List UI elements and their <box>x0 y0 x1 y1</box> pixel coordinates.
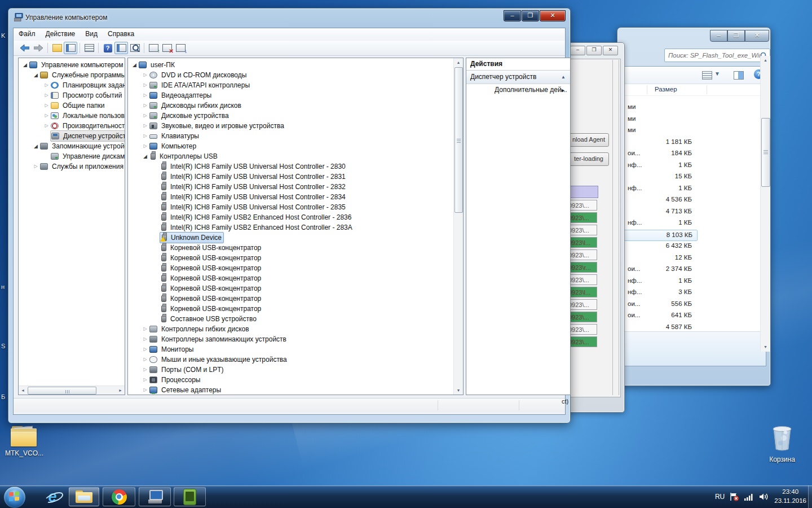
device-tree-item[interactable]: ▷Порты (COM и LPT) <box>128 365 463 375</box>
download-agent-button[interactable]: nload Agent <box>568 133 609 147</box>
scroll-up-icon[interactable]: ▲ <box>761 56 770 65</box>
minimize-button[interactable]: – <box>570 46 585 55</box>
file-row[interactable]: 12 КБ <box>622 253 696 263</box>
console-tree-item[interactable]: Диспетчер устройств <box>19 131 125 141</box>
collapsed-icon[interactable]: ▷ <box>43 90 50 100</box>
collapsed-icon[interactable]: ▷ <box>142 131 149 141</box>
device-tree-item[interactable]: Intel(R) ICH8 Family USB Universal Host … <box>128 161 463 172</box>
collapsed-icon[interactable]: ▷ <box>142 121 149 131</box>
scroll-down-icon[interactable]: ▼ <box>454 386 463 395</box>
device-tree-item[interactable]: Intel(R) ICH8 Family USB Universal Host … <box>128 182 463 192</box>
scroll-right-icon[interactable]: ► <box>116 386 125 395</box>
vertical-scrollbar[interactable]: ▲ ▼ <box>453 58 463 395</box>
collapsed-icon[interactable]: ▷ <box>43 121 50 131</box>
collapsed-icon[interactable]: ▷ <box>142 100 149 111</box>
explorer-search-box[interactable]: Поиск: SP_Flash_Tool_exe_Windows_v... <box>664 49 770 62</box>
file-row[interactable]: ои...556 КБ <box>622 299 696 309</box>
device-tree-item[interactable]: Intel(R) ICH8 Family USB Universal Host … <box>128 192 463 202</box>
column-separator[interactable] <box>647 85 647 94</box>
file-row[interactable]: 4 713 КБ <box>622 207 696 217</box>
device-tree-item[interactable]: Корневой USB-концентратор <box>128 283 463 294</box>
device-tree-item[interactable]: ▷Сетевые адаптеры <box>128 385 463 395</box>
scrollbar-thumb[interactable] <box>454 67 463 213</box>
minimize-button[interactable]: – <box>504 10 521 21</box>
collapsed-icon[interactable]: ▷ <box>142 375 149 385</box>
maximize-button[interactable]: ❐ <box>586 46 602 55</box>
actions-item-more-actions[interactable]: Дополнительные дей... ► <box>466 84 570 95</box>
collapsed-icon[interactable]: ▷ <box>43 80 50 90</box>
device-tree-item[interactable]: Intel(R) ICH8 Family USB2 Enhanced Host … <box>128 212 463 222</box>
file-row[interactable]: ми <box>622 114 696 124</box>
collapsed-icon[interactable]: ▷ <box>142 70 149 80</box>
device-tree-item[interactable]: Корневой USB-концентратор <box>128 253 463 263</box>
column-separator[interactable] <box>707 85 707 94</box>
device-tree-item[interactable]: ▷DVD и CD-ROM дисководы <box>128 70 463 80</box>
collapse-icon[interactable]: ▲ <box>561 71 566 84</box>
console-tree-item[interactable]: ◢Служебные программы <box>19 70 125 80</box>
maximize-button[interactable]: ❐ <box>522 10 539 21</box>
collapsed-icon[interactable]: ▷ <box>32 161 39 172</box>
file-row[interactable]: нф...3 КБ <box>622 287 696 297</box>
change-view-icon[interactable] <box>702 71 712 80</box>
language-indicator[interactable]: RU <box>715 493 725 501</box>
menu-item[interactable]: Вид <box>80 28 103 38</box>
file-row[interactable]: 1 181 КБ <box>622 137 696 147</box>
device-tree-item[interactable]: ▷Процессоры <box>128 375 463 385</box>
update-driver-button[interactable]: ↑ <box>147 42 160 54</box>
file-row[interactable]: нф...1 КБ <box>622 276 696 286</box>
collapsed-icon[interactable]: ▷ <box>43 100 50 111</box>
device-tree-item[interactable]: Корневой USB-концентратор <box>128 263 463 273</box>
scatter-loading-button[interactable]: ter-loading <box>568 152 609 166</box>
device-tree-item[interactable]: Корневой USB-концентратор <box>128 304 463 314</box>
collapsed-icon[interactable]: ▷ <box>142 324 149 334</box>
show-console-tree-button[interactable] <box>50 42 64 54</box>
title-bar[interactable]: Управление компьютером – ❐ ✕ <box>8 8 570 28</box>
collapsed-icon[interactable]: ▷ <box>142 365 149 375</box>
device-tree-item[interactable]: Intel(R) ICH8 Family USB Universal Host … <box>128 172 463 182</box>
taskbar-chrome[interactable] <box>103 487 135 506</box>
console-window-button[interactable] <box>64 42 77 54</box>
actions-group-device-manager[interactable]: Диспетчер устройств ▲ <box>466 71 570 84</box>
file-row[interactable]: ми <box>622 102 696 112</box>
device-tree-item[interactable]: ▷Звуковые, видео и игровые устройства <box>128 121 463 131</box>
help-button[interactable]: ? <box>101 42 114 54</box>
device-tree-item[interactable]: Корневой USB-концентратор <box>128 273 463 283</box>
explorer-vertical-scrollbar[interactable]: ▲ ▼ <box>760 56 770 352</box>
network-signal-icon[interactable] <box>744 493 754 501</box>
device-tree-item[interactable]: ◢user-ПК <box>128 60 463 70</box>
console-tree-item[interactable]: ▷Локальные пользовате <box>19 111 125 121</box>
start-button[interactable] <box>3 486 26 508</box>
collapsed-icon[interactable]: ▷ <box>142 385 149 395</box>
collapsed-icon[interactable]: ▷ <box>142 80 149 90</box>
flash-file-row[interactable]: 0923\... <box>566 249 597 260</box>
minimize-button[interactable]: – <box>710 30 727 42</box>
device-tree-item[interactable]: Составное USB устройство <box>128 314 463 324</box>
console-tree-item[interactable]: ▷Просмотр событий <box>19 90 125 100</box>
file-row[interactable]: ои...184 КБ <box>622 148 696 159</box>
expanded-icon[interactable]: ◢ <box>142 151 149 161</box>
maximize-button[interactable]: ❐ <box>727 30 745 42</box>
flash-file-row[interactable]: 0923\l... <box>566 287 597 297</box>
chevron-down-icon[interactable]: ▼ <box>714 71 720 77</box>
show-desktop-button[interactable] <box>808 485 812 508</box>
forward-button[interactable] <box>32 42 45 54</box>
volume-icon[interactable] <box>760 493 769 501</box>
device-tree-item[interactable]: Unknown Device <box>128 233 463 243</box>
menu-item[interactable]: Справка <box>103 28 139 38</box>
expanded-icon[interactable]: ◢ <box>32 70 39 80</box>
device-tree-item[interactable]: ▷Мыши и иные указывающие устройства <box>128 354 463 365</box>
horizontal-scrollbar[interactable]: ◄ ► <box>19 386 125 395</box>
file-row[interactable]: ои...2 374 КБ <box>622 264 696 274</box>
console-tree-item[interactable]: ◢Запоминающие устройст <box>19 141 125 151</box>
collapsed-icon[interactable]: ▷ <box>43 111 50 121</box>
flash-file-row[interactable]: 0923\... <box>566 274 597 285</box>
collapsed-icon[interactable]: ▷ <box>142 354 149 365</box>
search-input[interactable]: Поиск: SP_Flash_Tool_exe_Windows_v... <box>665 52 760 59</box>
clock[interactable]: 23:40 23.11.2016 <box>774 488 806 505</box>
preview-pane-icon[interactable] <box>734 71 744 80</box>
flash-file-row[interactable]: 0923\... <box>566 312 597 322</box>
scan-hardware-button[interactable]: ↓ <box>174 42 187 54</box>
collapsed-icon[interactable]: ▷ <box>142 344 149 354</box>
flash-file-row[interactable]: 0923\l... <box>566 237 597 248</box>
collapsed-icon[interactable]: ▷ <box>142 90 149 100</box>
